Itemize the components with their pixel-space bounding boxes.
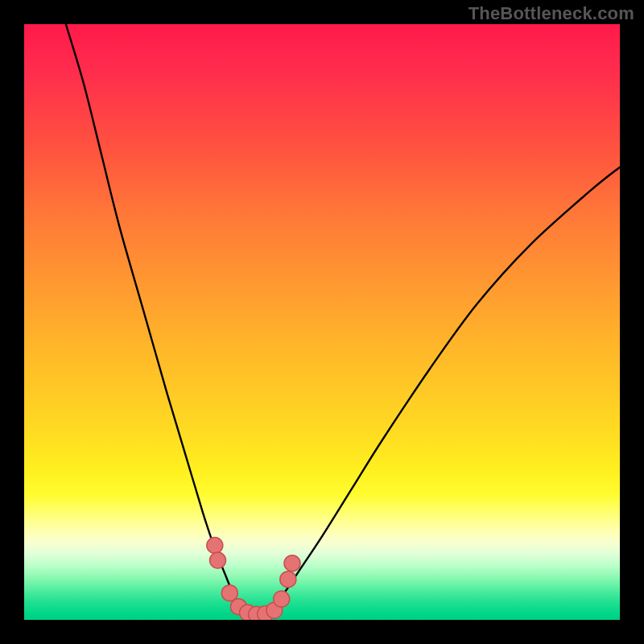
data-marker (221, 585, 237, 601)
marker-group (207, 538, 300, 621)
data-marker (207, 538, 223, 554)
plot-area (24, 24, 620, 620)
chart-container: TheBottleneck.com (0, 0, 644, 644)
chart-svg (24, 24, 620, 620)
curve-group (66, 24, 620, 619)
watermark-text: TheBottleneck.com (469, 3, 634, 24)
data-marker (274, 591, 290, 607)
data-marker (284, 555, 300, 572)
data-marker (210, 552, 226, 568)
bottleneck-curve (66, 24, 620, 619)
data-marker (280, 572, 296, 588)
